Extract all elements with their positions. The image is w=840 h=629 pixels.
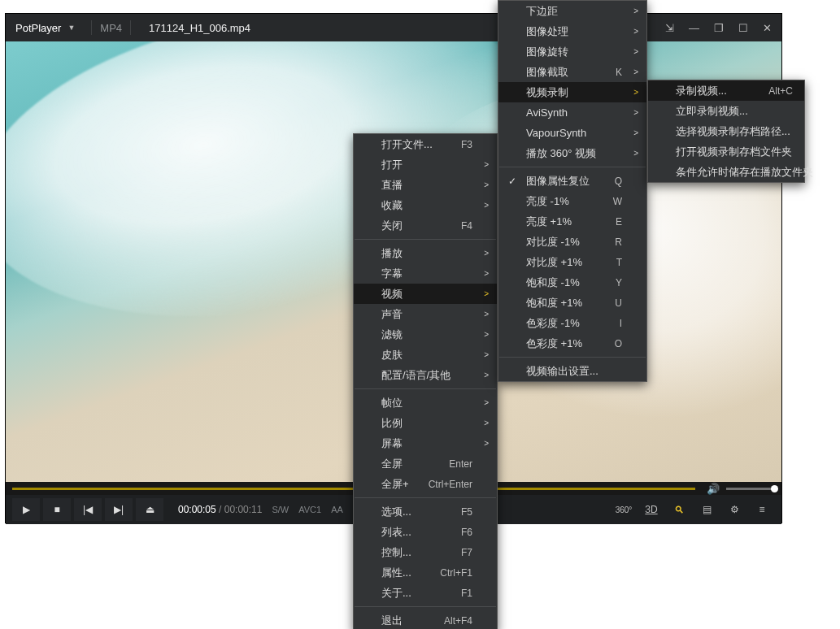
context-menu-video[interactable]: 下边距>图像处理>图像旋转>图像截取K>视频录制>AviSynth>Vapour… <box>498 0 647 382</box>
submenu-arrow-icon: > <box>633 7 638 15</box>
menu-item[interactable]: 视频> <box>354 284 497 304</box>
3d-button[interactable]: 3D <box>643 501 659 518</box>
menu-item[interactable]: 对比度 +1%T <box>498 252 646 272</box>
menu-item[interactable]: 立即录制视频... <box>648 101 804 121</box>
menu-item[interactable]: 色彩度 -1%I <box>498 313 646 333</box>
menu-item[interactable]: 选择视频录制存档路径... <box>648 121 804 141</box>
menu-item[interactable]: VapourSynth> <box>498 123 646 143</box>
menu-item[interactable]: 屏幕> <box>354 433 497 453</box>
menu-item-label: 声音 <box>381 307 403 322</box>
menu-item[interactable]: 帧位> <box>354 393 497 413</box>
menu-item[interactable]: 打开> <box>354 154 497 175</box>
submenu-arrow-icon: > <box>633 67 638 76</box>
volume-track[interactable] <box>726 488 775 490</box>
menu-item[interactable]: 退出Alt+F4 <box>354 610 497 629</box>
menu-item[interactable]: 声音> <box>354 304 497 324</box>
search-icon[interactable]: ⚲ <box>668 498 690 521</box>
volume-icon[interactable]: 🔊 <box>707 483 720 495</box>
menu-item[interactable]: ✓图像属性复位Q <box>498 171 646 191</box>
pin-icon[interactable]: ⇲ <box>665 22 674 34</box>
360-button[interactable]: 360° <box>616 501 632 518</box>
menu-item-shortcut: Enter <box>449 458 472 470</box>
menu-separator <box>355 606 496 607</box>
window-controls: ⇲ — ❐ ☐ ✕ <box>665 22 781 34</box>
menu-item-shortcut: U <box>615 297 622 309</box>
volume-knob[interactable] <box>771 485 778 492</box>
menu-item[interactable]: 打开文件...F3 <box>354 134 497 154</box>
menu-item[interactable]: 关闭F4 <box>354 215 497 236</box>
menu-item[interactable]: 播放> <box>354 243 497 263</box>
menu-item[interactable]: 比例> <box>354 413 497 433</box>
menu-item-label: 列表... <box>381 525 411 540</box>
submenu-arrow-icon: > <box>484 330 489 339</box>
menu-item[interactable]: 打开视频录制存档文件夹 <box>648 141 804 162</box>
minimize-icon[interactable]: — <box>689 22 699 34</box>
menu-item[interactable]: 皮肤> <box>354 345 497 365</box>
next-button[interactable]: ▶| <box>105 498 133 521</box>
filename-label: 171124_H1_006.mp4 <box>149 22 250 34</box>
maximize-icon[interactable]: ☐ <box>738 22 748 34</box>
menu-item[interactable]: 滤镜> <box>354 324 497 345</box>
submenu-arrow-icon: > <box>484 371 489 380</box>
menu-item[interactable]: 配置/语言/其他> <box>354 365 497 385</box>
menu-item[interactable]: 色彩度 +1%O <box>498 333 646 354</box>
menu-item[interactable]: 列表...F6 <box>354 522 497 542</box>
menu-item[interactable]: 关于...F1 <box>354 583 497 603</box>
menu-item[interactable]: 收藏> <box>354 195 497 215</box>
menu-item[interactable]: 图像截取K> <box>498 62 646 82</box>
context-menu-main[interactable]: 打开文件...F3打开>直播>收藏>关闭F4播放>字幕>视频>声音>滤镜>皮肤>… <box>353 133 498 629</box>
menu-item[interactable]: 图像处理> <box>498 21 646 41</box>
play-button[interactable]: ▶ <box>12 498 40 521</box>
menu-item-label: 关闭 <box>381 219 403 233</box>
menu-separator <box>499 167 646 167</box>
menu-item[interactable]: 亮度 -1%W <box>498 191 646 211</box>
menu-separator <box>355 388 496 389</box>
submenu-arrow-icon: > <box>484 310 489 319</box>
app-name[interactable]: PotPlayer <box>6 22 67 34</box>
codec-tag: AVC1 <box>298 505 321 514</box>
menu-item[interactable]: 视频输出设置... <box>498 361 646 381</box>
menu-item[interactable]: 对比度 -1%R <box>498 232 646 252</box>
settings-icon[interactable]: ⚙ <box>726 501 742 518</box>
menu-item[interactable]: 视频录制> <box>498 82 646 102</box>
stop-button[interactable]: ■ <box>43 498 71 521</box>
menu-item[interactable]: AviSynth> <box>498 102 646 123</box>
menu-item-shortcut: K <box>616 67 622 78</box>
menu-item-label: VapourSynth <box>526 127 586 139</box>
menu-item-label: 帧位 <box>381 396 403 410</box>
menu-item[interactable]: 播放 360° 视频> <box>498 143 646 163</box>
menu-item[interactable]: 条件允许时储存在播放文件夹 <box>648 162 804 182</box>
playlist-icon[interactable]: ▤ <box>699 501 715 518</box>
menu-item-label: 下边距 <box>526 4 558 19</box>
menu-item[interactable]: 属性...Ctrl+F1 <box>354 562 497 583</box>
app-menu-dropdown-icon[interactable]: ▼ <box>67 24 75 32</box>
context-menu-record[interactable]: 录制视频...Alt+C立即录制视频...选择视频录制存档路径...打开视频录制… <box>647 80 805 183</box>
restore-icon[interactable]: ❐ <box>714 22 724 34</box>
menu-item-label: 选择视频录制存档路径... <box>676 124 790 139</box>
menu-item[interactable]: 图像旋转> <box>498 41 646 62</box>
menu-item[interactable]: 直播> <box>354 175 497 195</box>
submenu-arrow-icon: > <box>484 289 489 298</box>
menu-item[interactable]: 饱和度 +1%U <box>498 293 646 313</box>
menu-item-label: 屏幕 <box>381 436 403 451</box>
menu-item[interactable]: 字幕> <box>354 263 497 284</box>
menu-item[interactable]: 下边距> <box>498 1 646 21</box>
prev-button[interactable]: |◀ <box>74 498 102 521</box>
menu-item[interactable]: 控制...F7 <box>354 542 497 562</box>
menu-item-label: 退出 <box>381 614 403 628</box>
menu-item[interactable]: 饱和度 -1%Y <box>498 272 646 293</box>
menu-item[interactable]: 亮度 +1%E <box>498 211 646 232</box>
submenu-arrow-icon: > <box>633 149 638 158</box>
menu-item[interactable]: 全屏+Ctrl+Enter <box>354 474 497 494</box>
menu-icon[interactable]: ≡ <box>754 501 770 518</box>
menu-item-label: 字幕 <box>381 267 403 281</box>
menu-item[interactable]: 全屏Enter <box>354 453 497 474</box>
close-icon[interactable]: ✕ <box>763 22 772 34</box>
menu-item[interactable]: 录制视频...Alt+C <box>648 80 804 101</box>
menu-item-label: 滤镜 <box>381 328 403 342</box>
menu-item-label: 饱和度 -1% <box>526 275 580 290</box>
menu-item-label: 色彩度 -1% <box>526 316 580 331</box>
eject-button[interactable]: ⏏ <box>136 498 163 521</box>
total-time: 00:00:11 <box>224 504 263 515</box>
menu-item[interactable]: 选项...F5 <box>354 501 497 522</box>
